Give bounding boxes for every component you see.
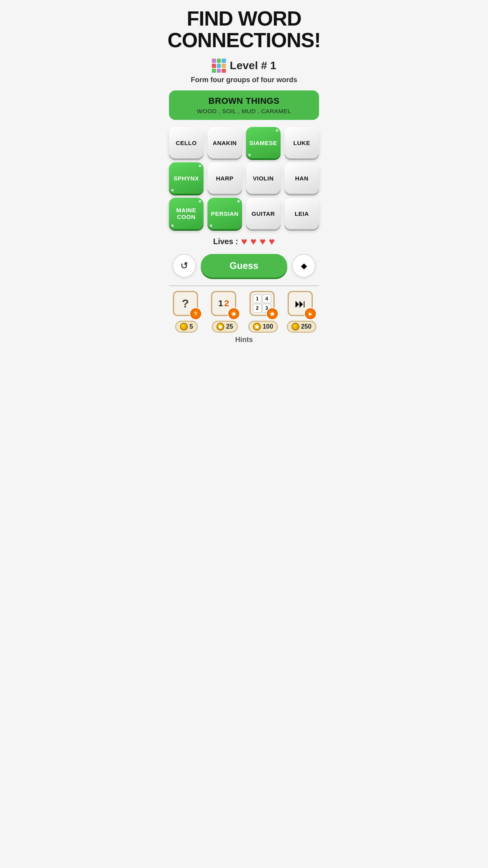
hint-1-orange-badge: ? [189,307,202,320]
word-tile-4[interactable]: SPHYNX [169,162,204,194]
word-grid: CELLOANAKINSIAMESELUKESPHYNXHARPVIOLINHA… [169,127,319,229]
svg-marker-0 [231,311,237,316]
hint-3-n1: 1 [253,294,262,303]
hint-3-orange-badge [266,307,279,320]
word-tile-1[interactable]: ANAKIN [207,127,242,158]
coin-icon-1 [180,323,188,331]
app-container: FIND WORD CONNECTIONS! Level # 1 Form fo… [163,0,325,348]
shuffle-button[interactable]: ↺ [172,254,196,278]
hint-1-cost: 5 [175,321,198,333]
hint-icon-3-wrap: 1 4 2 3 [250,291,277,318]
hint-1-badge-icon: ? [194,311,197,316]
action-row: ↺ Guess ◆ [169,254,319,278]
lives-row: Lives : ♥ ♥ ♥ ♥ [213,235,275,248]
hint-2-num2: 2 [224,298,229,309]
hint-2-orange-badge [227,307,240,320]
hints-grid: ? ? 5 1 2 [169,291,319,333]
hint-2-numbers: 1 2 [218,298,229,309]
coin-star-2 [218,324,223,329]
word-tile-6[interactable]: VIOLIN [246,162,281,194]
heart-4: ♥ [269,235,275,248]
word-tile-10[interactable]: GUITAR [246,198,281,229]
hint-3-cost-text: 100 [262,323,273,330]
hint-3-n4: 4 [262,294,271,303]
hints-label: Hints [169,336,319,344]
hint-item-1[interactable]: ? ? 5 [169,291,204,333]
hint-2-cost-text: 25 [226,323,233,330]
svg-marker-2 [270,311,275,316]
lives-label: Lives : [213,237,238,246]
level-row: Level # 1 [212,59,276,73]
hints-section: ? ? 5 1 2 [169,285,319,344]
hint-2-num1: 1 [218,298,223,309]
svg-marker-1 [218,324,223,329]
coin-icon-4 [292,323,299,331]
hint-4-orange-badge: ▶ [304,307,317,320]
hint-icon-2-wrap: 1 2 [211,291,238,318]
word-tile-3[interactable]: LUKE [284,127,319,158]
word-tile-0[interactable]: CELLO [169,127,204,158]
heart-1: ♥ [241,235,247,248]
hint-3-n2: 2 [253,304,262,313]
hint-4-cost: 250 [287,321,316,333]
coin-icon-3 [253,323,261,331]
coin-star-3 [254,324,260,329]
guess-button[interactable]: Guess [201,254,287,278]
hint-2-cost: 25 [212,321,238,333]
solved-group: BROWN THINGS WOOD , SOIL , MUD , CARAMEL [169,90,319,120]
hint-item-3[interactable]: 1 4 2 3 100 [246,291,281,333]
coin-icon-2 [216,323,224,331]
solved-group-title: BROWN THINGS [177,96,311,106]
svg-marker-3 [255,324,260,329]
solved-group-words: WOOD , SOIL , MUD , CARAMEL [177,108,311,114]
hint-4-cost-text: 250 [301,323,312,330]
grid-icon [212,59,226,73]
heart-3: ♥ [260,235,266,248]
word-tile-2[interactable]: SIAMESE [246,127,281,158]
erase-button[interactable]: ◆ [292,254,316,278]
hint-icon-1-wrap: ? ? [173,291,200,318]
level-text: Level # 1 [230,59,276,72]
star-icon-3 [270,311,275,316]
question-mark: ? [182,297,189,310]
word-tile-9[interactable]: PERSIAN [207,198,242,229]
hint-item-4[interactable]: ⏭ ▶ 250 [284,291,319,333]
heart-2: ♥ [250,235,256,248]
subtitle: Form four groups of four words [191,76,297,84]
word-tile-7[interactable]: HAN [284,162,319,194]
main-title: FIND WORD CONNECTIONS! [167,8,321,51]
word-tile-8[interactable]: MAINE COON [169,198,204,229]
hint-1-cost-text: 5 [189,323,193,330]
skip-icon: ⏭ [295,297,306,310]
hint-4-badge-icon: ▶ [309,312,312,316]
word-tile-5[interactable]: HARP [207,162,242,194]
star-icon-2 [231,311,237,316]
hint-3-cost: 100 [248,321,278,333]
hint-icon-4-wrap: ⏭ ▶ [288,291,315,318]
word-tile-11[interactable]: LEIA [284,198,319,229]
hint-item-2[interactable]: 1 2 25 [207,291,243,333]
